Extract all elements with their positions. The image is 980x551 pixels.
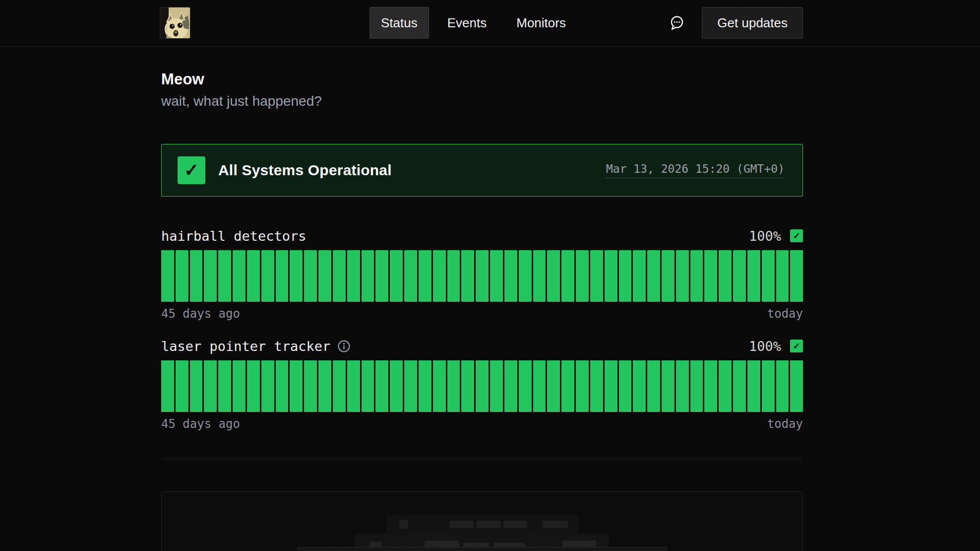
uptime-bar[interactable] xyxy=(590,250,603,302)
uptime-bar[interactable] xyxy=(733,360,746,412)
uptime-bar[interactable] xyxy=(619,250,632,302)
uptime-bar[interactable] xyxy=(676,360,689,412)
uptime-bar[interactable] xyxy=(204,360,217,412)
uptime-bar[interactable] xyxy=(176,360,188,412)
uptime-bar[interactable] xyxy=(690,250,703,302)
uptime-bar[interactable] xyxy=(447,360,460,412)
uptime-bar[interactable] xyxy=(504,360,517,412)
uptime-bar[interactable] xyxy=(375,250,388,302)
uptime-bar[interactable] xyxy=(476,250,489,302)
uptime-bar[interactable] xyxy=(533,250,546,302)
uptime-bar[interactable] xyxy=(476,360,489,412)
banner-timestamp[interactable]: Mar 13, 2026 15:20 (GMT+0) xyxy=(606,162,785,178)
uptime-bar[interactable] xyxy=(547,250,560,302)
uptime-bar[interactable] xyxy=(390,360,403,412)
uptime-bar[interactable] xyxy=(290,250,303,302)
uptime-bar[interactable] xyxy=(747,360,760,412)
uptime-bar[interactable] xyxy=(790,360,803,412)
uptime-bar[interactable] xyxy=(576,250,589,302)
uptime-bar[interactable] xyxy=(318,360,331,412)
uptime-bar[interactable] xyxy=(161,360,174,412)
uptime-bar[interactable] xyxy=(176,250,188,302)
uptime-bar[interactable] xyxy=(619,360,632,412)
uptime-bar[interactable] xyxy=(247,360,260,412)
uptime-bar[interactable] xyxy=(204,250,217,302)
uptime-bar[interactable] xyxy=(776,250,789,302)
uptime-bar[interactable] xyxy=(318,250,331,302)
uptime-bar[interactable] xyxy=(218,360,231,412)
uptime-bar[interactable] xyxy=(605,250,617,302)
uptime-bar[interactable] xyxy=(590,360,603,412)
uptime-bar[interactable] xyxy=(447,250,460,302)
uptime-bar[interactable] xyxy=(461,360,474,412)
uptime-bar[interactable] xyxy=(419,360,431,412)
uptime-bar[interactable] xyxy=(762,250,775,302)
uptime-bar[interactable] xyxy=(404,360,417,412)
uptime-bar[interactable] xyxy=(719,250,732,302)
uptime-bar[interactable] xyxy=(533,360,546,412)
uptime-bar[interactable] xyxy=(733,250,746,302)
uptime-bar[interactable] xyxy=(419,250,431,302)
uptime-bar[interactable] xyxy=(362,360,374,412)
uptime-bar[interactable] xyxy=(261,360,274,412)
uptime-bar[interactable] xyxy=(347,250,360,302)
uptime-bar[interactable] xyxy=(233,250,245,302)
uptime-bar[interactable] xyxy=(776,360,789,412)
uptime-bar[interactable] xyxy=(561,360,574,412)
uptime-bar[interactable] xyxy=(161,250,174,302)
nav-tab-status[interactable]: Status xyxy=(369,7,429,39)
uptime-bar[interactable] xyxy=(261,250,274,302)
uptime-bar[interactable] xyxy=(247,250,260,302)
uptime-bar[interactable] xyxy=(690,360,703,412)
info-icon[interactable] xyxy=(337,340,351,353)
uptime-bar[interactable] xyxy=(461,250,474,302)
uptime-bar[interactable] xyxy=(504,250,517,302)
chat-bubble-icon[interactable] xyxy=(668,14,686,32)
uptime-bar[interactable] xyxy=(547,360,560,412)
uptime-bar[interactable] xyxy=(561,250,574,302)
uptime-bar[interactable] xyxy=(719,360,732,412)
uptime-bar[interactable] xyxy=(290,360,303,412)
uptime-bar[interactable] xyxy=(233,360,245,412)
nav-tab-monitors[interactable]: Monitors xyxy=(505,7,577,39)
uptime-bar[interactable] xyxy=(576,360,589,412)
uptime-bar[interactable] xyxy=(304,360,317,412)
uptime-bar[interactable] xyxy=(433,250,446,302)
get-updates-button[interactable]: Get updates xyxy=(702,7,803,39)
uptime-bar[interactable] xyxy=(747,250,760,302)
uptime-bar[interactable] xyxy=(218,250,231,302)
range-end-label: today xyxy=(767,417,803,431)
uptime-bar[interactable] xyxy=(347,360,360,412)
uptime-bar[interactable] xyxy=(404,250,417,302)
uptime-bar[interactable] xyxy=(362,250,374,302)
uptime-bar[interactable] xyxy=(662,360,674,412)
uptime-bar[interactable] xyxy=(704,250,717,302)
uptime-bar[interactable] xyxy=(647,360,660,412)
uptime-bar[interactable] xyxy=(390,250,403,302)
uptime-bar[interactable] xyxy=(519,250,532,302)
uptime-bar[interactable] xyxy=(190,250,203,302)
brand-logo[interactable] xyxy=(160,7,190,39)
uptime-bar[interactable] xyxy=(276,250,289,302)
uptime-bar[interactable] xyxy=(333,360,346,412)
uptime-bar[interactable] xyxy=(647,250,660,302)
uptime-bar[interactable] xyxy=(333,250,346,302)
nav-tab-events[interactable]: Events xyxy=(436,7,498,39)
uptime-bar[interactable] xyxy=(762,360,775,412)
uptime-bar[interactable] xyxy=(633,360,646,412)
polite-cat-logo-image xyxy=(160,7,190,39)
uptime-bar[interactable] xyxy=(304,250,317,302)
uptime-bar[interactable] xyxy=(790,250,803,302)
uptime-bar[interactable] xyxy=(704,360,717,412)
uptime-bar[interactable] xyxy=(490,250,503,302)
uptime-bar[interactable] xyxy=(519,360,532,412)
uptime-bar[interactable] xyxy=(676,250,689,302)
uptime-bar[interactable] xyxy=(662,250,674,302)
uptime-bar[interactable] xyxy=(375,360,388,412)
uptime-bar[interactable] xyxy=(490,360,503,412)
uptime-bar[interactable] xyxy=(276,360,289,412)
uptime-bar[interactable] xyxy=(605,360,617,412)
uptime-bar[interactable] xyxy=(433,360,446,412)
uptime-bar[interactable] xyxy=(633,250,646,302)
uptime-bar[interactable] xyxy=(190,360,203,412)
